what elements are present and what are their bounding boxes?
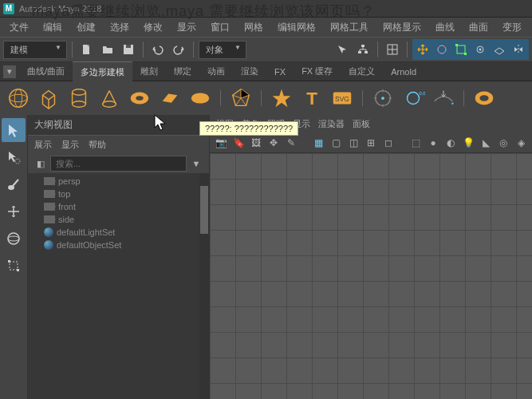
vp-gate-mask-icon[interactable]: ◫: [345, 135, 361, 151]
rotate-tool-button[interactable]: [432, 40, 451, 59]
vp-isolate-icon[interactable]: ◎: [495, 135, 511, 151]
poly-cube-icon[interactable]: [35, 85, 62, 112]
outliner-item-objectset[interactable]: defaultObjectSet: [28, 239, 209, 251]
poly-cylinder-icon[interactable]: [65, 85, 93, 112]
shelf-tab-rendering[interactable]: 渲染: [233, 61, 266, 81]
svg-point-39: [15, 159, 20, 164]
outliner-item-top[interactable]: top: [28, 188, 209, 200]
move-tool-button[interactable]: [413, 40, 432, 59]
outliner-menu: 展示 显示 帮助: [28, 136, 209, 154]
construction-plane-button[interactable]: [490, 40, 509, 59]
shelf-tab-animation[interactable]: 动画: [199, 61, 233, 81]
menu-curves[interactable]: 曲线: [429, 18, 461, 37]
rotate-tool-icon[interactable]: [2, 227, 26, 251]
vp-select-camera-icon[interactable]: 📷: [213, 135, 229, 151]
outliner-filter-icon[interactable]: ◧: [33, 156, 49, 172]
outliner-panel: 大纲视图 展示 显示 帮助 ◧ ▼ persp top front side d…: [28, 115, 210, 399]
svg-point-15: [479, 49, 482, 51]
viewport-3d[interactable]: [210, 152, 532, 399]
new-scene-button[interactable]: [77, 40, 97, 59]
shelf-tab-rigging[interactable]: 绑定: [166, 61, 199, 81]
snap-button[interactable]: [471, 40, 490, 59]
outliner-menu-help[interactable]: 帮助: [89, 139, 106, 151]
workspace-mode-dropdown[interactable]: 建模: [3, 41, 67, 59]
svg-point-41: [8, 233, 19, 244]
shelf-menu-icon[interactable]: ▾: [3, 65, 16, 78]
snap-together-icon[interactable]: [369, 85, 396, 112]
scale-tool-button[interactable]: [451, 40, 471, 59]
open-button[interactable]: [98, 40, 117, 59]
vp-lights-icon[interactable]: 💡: [460, 135, 476, 151]
shelf-tab-custom[interactable]: 自定义: [341, 61, 383, 81]
platonic-icon[interactable]: [227, 85, 254, 112]
vp-field-chart-icon[interactable]: ⊞: [363, 135, 379, 151]
outliner-search-input[interactable]: [50, 156, 187, 172]
redo-button[interactable]: [169, 40, 188, 59]
menu-mesh-display[interactable]: 网格显示: [376, 18, 428, 37]
poly-torus-icon[interactable]: [126, 85, 153, 112]
svg-point-10: [438, 45, 446, 53]
vp-film-gate-icon[interactable]: ▢: [328, 135, 344, 151]
vp-bookmark-icon[interactable]: 🔖: [231, 135, 246, 151]
snap-surface-icon[interactable]: *: [430, 85, 457, 112]
outliner-item-persp[interactable]: persp: [28, 175, 209, 188]
vp-textured-icon[interactable]: ◐: [443, 135, 459, 151]
separator: [220, 90, 221, 106]
vp-shadows-icon[interactable]: ◣: [478, 135, 494, 151]
vp-wireframe-icon[interactable]: ⬚: [408, 135, 424, 151]
save-button[interactable]: [119, 40, 138, 59]
camera-icon: [44, 203, 55, 211]
poly-star-icon[interactable]: [268, 85, 295, 112]
poly-disc-icon[interactable]: [187, 85, 214, 112]
shelf-tab-fx-cache[interactable]: FX 缓存: [294, 61, 341, 81]
shelf-tab-sculpt[interactable]: 雕刻: [132, 61, 166, 81]
outliner-scrollbar[interactable]: [199, 173, 209, 399]
menu-file[interactable]: 文件: [3, 18, 35, 37]
viewport-menu-panels[interactable]: 面板: [353, 118, 370, 130]
outliner-item-front[interactable]: front: [28, 200, 209, 213]
undo-button[interactable]: [148, 40, 167, 59]
outliner-menu-show[interactable]: 显示: [61, 139, 79, 151]
snap-origin-icon[interactable]: 0,0,0: [400, 85, 427, 112]
svg-point-24: [191, 93, 210, 103]
vp-smooth-shade-icon[interactable]: ●: [425, 135, 441, 151]
shelf-tab-arnold[interactable]: Arnold: [383, 63, 424, 81]
select-by-name-button[interactable]: [333, 40, 352, 59]
select-tool-icon[interactable]: [2, 118, 26, 142]
menu-deform[interactable]: 变形: [496, 18, 528, 37]
vp-2d-pan-icon[interactable]: ✥: [266, 135, 282, 151]
vp-grease-icon[interactable]: ✎: [283, 135, 299, 151]
symmetry-button[interactable]: [509, 40, 528, 59]
mirror-geo-icon[interactable]: [471, 85, 498, 112]
vp-image-plane-icon[interactable]: 🖼: [248, 135, 264, 151]
shelf-tab-polygons[interactable]: 多边形建模: [73, 61, 132, 82]
svg-import-icon[interactable]: SVG: [329, 85, 356, 112]
svg-rect-4: [358, 51, 361, 53]
poly-type-icon[interactable]: T: [298, 85, 325, 112]
menu-surfaces[interactable]: 曲面: [463, 18, 495, 37]
svg-rect-5: [365, 51, 368, 53]
svg-point-17: [10, 94, 28, 101]
selection-mode-dropdown[interactable]: 对象: [199, 41, 246, 59]
vp-safe-action-icon[interactable]: ◻: [380, 135, 396, 151]
viewport-menu-renderer[interactable]: 渲染器: [318, 118, 345, 130]
scale-tool-icon[interactable]: [2, 254, 26, 278]
outliner-dropdown-icon[interactable]: ▼: [188, 156, 204, 172]
move-tool-icon[interactable]: [2, 200, 26, 223]
select-hierarchy-button[interactable]: [353, 40, 372, 59]
separator: [193, 41, 194, 57]
poly-cone-icon[interactable]: [96, 85, 123, 112]
vp-grid-icon[interactable]: ▦: [310, 135, 326, 151]
shelf-tab-fx[interactable]: FX: [266, 63, 294, 81]
outliner-item-lightset[interactable]: defaultLightSet: [28, 226, 209, 239]
paint-tool-icon[interactable]: [2, 172, 26, 196]
snap-grid-button[interactable]: [383, 40, 402, 59]
poly-sphere-icon[interactable]: [5, 85, 32, 112]
outliner-item-side[interactable]: side: [28, 213, 209, 226]
lasso-tool-icon[interactable]: [2, 145, 26, 169]
vp-xray-icon[interactable]: ◈: [513, 135, 529, 151]
shelf-tab-curves[interactable]: 曲线/曲面: [19, 61, 73, 81]
svg-point-21: [103, 101, 116, 108]
poly-plane-icon[interactable]: [156, 85, 183, 112]
outliner-menu-display[interactable]: 展示: [34, 139, 52, 151]
